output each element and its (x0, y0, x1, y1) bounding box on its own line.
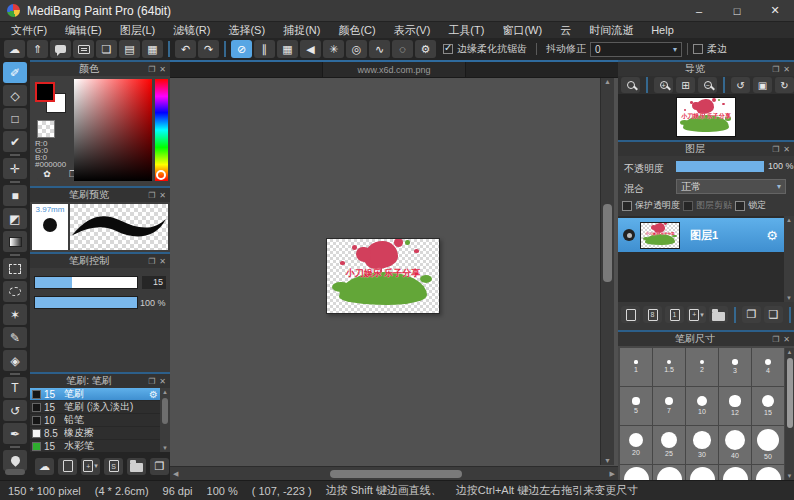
scroll-down-icon[interactable]: ▼ (786, 294, 792, 302)
popout-icon[interactable]: ❐ (148, 377, 155, 386)
bucket-tool-button[interactable]: ◩ (3, 208, 27, 229)
brush-folder-button[interactable] (127, 458, 146, 475)
popout-icon[interactable]: ❐ (148, 65, 155, 74)
marquee-select-tool-button[interactable] (3, 258, 27, 279)
gradient-tool-button[interactable] (3, 231, 27, 252)
navigator-thumbnail[interactable]: 小刀娱乐 乐子分享 (676, 97, 736, 137)
brush-size-cell[interactable]: 20 (620, 426, 652, 464)
brush-size-cell[interactable] (653, 465, 685, 480)
hue-slider[interactable] (155, 79, 168, 181)
popout-icon[interactable]: ❐ (772, 335, 779, 344)
menu-item-1[interactable]: 编辑(E) (56, 22, 111, 38)
brush-size-cell[interactable] (719, 465, 751, 480)
polyline-tool-button[interactable]: ✔ (3, 131, 27, 152)
navigator-viewport[interactable]: 小刀娱乐 乐子分享 (618, 94, 794, 140)
brush-size-cell[interactable]: 15 (752, 387, 784, 425)
close-button[interactable]: ✕ (756, 0, 794, 21)
brush-size-cell[interactable]: 5 (620, 387, 652, 425)
text-tool-button[interactable]: T (3, 377, 27, 398)
saturation-value-picker[interactable] (74, 79, 152, 181)
clipping-checkbox[interactable] (683, 201, 693, 211)
add-brush-button[interactable] (58, 458, 77, 475)
brush-size-cell[interactable]: 12 (719, 387, 751, 425)
brush-cloud-button[interactable]: ☁ (35, 458, 54, 475)
layer-thumbnail[interactable]: 小刀娱乐 乐子分享 (640, 222, 680, 249)
zoom-in-button[interactable]: + (654, 77, 673, 93)
layer-settings-icon[interactable]: ⚙ (766, 228, 778, 243)
duplicate-brush-button[interactable]: ❐ (150, 458, 169, 475)
add-8bit-layer-button[interactable]: 8 (643, 306, 662, 323)
brush-size-cell[interactable]: 40 (719, 426, 751, 464)
menu-item-7[interactable]: 表示(V) (385, 22, 440, 38)
brush-size-cell[interactable] (752, 465, 784, 480)
script-brush-button[interactable]: S (104, 458, 123, 475)
brush-size-cell[interactable]: 50 (752, 426, 784, 464)
snap-radial-button[interactable]: ✳ (323, 40, 344, 58)
close-panel-icon[interactable]: ✕ (159, 257, 166, 266)
menu-item-3[interactable]: 滤镜(R) (164, 22, 219, 38)
scroll-down-icon[interactable]: ▼ (787, 472, 793, 480)
menu-item-11[interactable]: 时间流逝 (580, 22, 642, 38)
minimize-button[interactable]: – (680, 0, 718, 21)
snap-ellipse-button[interactable]: ◌ (392, 40, 413, 58)
undo-button[interactable]: ↶ (175, 40, 196, 58)
layer-visibility-toggle[interactable] (623, 229, 635, 241)
transparent-color-swatch[interactable] (37, 120, 55, 138)
brush-size-slider[interactable] (34, 276, 138, 289)
zoom-out-button[interactable]: − (698, 77, 717, 93)
soft-edge-checkbox[interactable] (693, 44, 703, 54)
scrollbar-thumb[interactable] (787, 358, 793, 428)
canvas[interactable]: 小刀娱乐 乐子分享 (326, 238, 440, 314)
scroll-left-icon[interactable]: ◀ (173, 470, 178, 478)
scroll-down-icon[interactable]: ▼ (604, 457, 611, 465)
brush-size-cell[interactable]: 25 (653, 426, 685, 464)
snap-curve-button[interactable]: ∿ (369, 40, 390, 58)
popout-icon[interactable]: ❐ (148, 191, 155, 200)
add-1bit-layer-button[interactable]: 1 (665, 306, 684, 323)
horizontal-scrollbar[interactable]: ◀ ▶ (170, 466, 618, 480)
snap-settings-button[interactable]: ⚙ (415, 40, 436, 58)
duplicate-layer-button[interactable]: ❐ (742, 306, 761, 323)
scroll-up-icon[interactable]: ▲ (604, 78, 611, 86)
pen-tool-button[interactable]: ✒ (3, 423, 27, 444)
brush-size-cell[interactable]: 4 (752, 348, 784, 386)
brush-size-cell[interactable]: 10 (686, 387, 718, 425)
brush-size-cell[interactable]: 3 (719, 348, 751, 386)
tool-palette-handle[interactable] (5, 469, 25, 475)
menu-item-5[interactable]: 捕捉(N) (274, 22, 329, 38)
scroll-up-icon[interactable]: ▲ (786, 216, 792, 224)
document-button[interactable]: ❏ (96, 40, 117, 58)
comment-panel-button[interactable] (73, 40, 94, 58)
zoom-100-button[interactable] (621, 77, 640, 93)
brush-settings-icon[interactable]: ⚙ (149, 389, 158, 400)
select-pen-tool-button[interactable]: ✎ (3, 327, 27, 348)
menu-item-9[interactable]: 窗口(W) (493, 22, 551, 38)
menu-item-0[interactable]: 文件(F) (2, 22, 56, 38)
eraser-tool-button[interactable]: ◇ (3, 85, 27, 106)
lock-checkbox[interactable] (735, 201, 745, 211)
brush-size-scrollbar[interactable]: ▲ ▼ (785, 348, 794, 480)
scroll-up-icon[interactable]: ▲ (787, 348, 793, 356)
antialias-checkbox[interactable] (443, 44, 453, 54)
fill-rect-tool-button[interactable]: ■ (3, 185, 27, 206)
brush-size-cell[interactable]: 2 (686, 348, 718, 386)
protect-alpha-checkbox[interactable] (622, 201, 632, 211)
brush-menu-button[interactable]: +▾ (81, 458, 100, 475)
add-layer-button[interactable] (621, 306, 640, 323)
lasso-select-tool-button[interactable] (3, 281, 27, 302)
reset-view-button[interactable]: ▣ (753, 77, 772, 93)
redo-button[interactable]: ↷ (198, 40, 219, 58)
menu-item-4[interactable]: 选择(S) (219, 22, 274, 38)
select-eraser-tool-button[interactable]: ◈ (3, 350, 27, 371)
brush-size-cell[interactable]: 1 (620, 348, 652, 386)
vertical-scrollbar[interactable]: ▲ ▼ (600, 78, 614, 465)
close-panel-icon[interactable]: ✕ (159, 377, 166, 386)
brush-list-scrollbar[interactable]: ▲ ▼ (160, 388, 170, 452)
magic-wand-tool-button[interactable]: ✶ (3, 304, 27, 325)
material-panel-button[interactable]: ▤ (119, 40, 140, 58)
menu-item-8[interactable]: 工具(T) (439, 22, 493, 38)
brush-size-cell[interactable]: 7 (653, 387, 685, 425)
layer-opacity-slider[interactable] (676, 161, 764, 172)
menu-item-2[interactable]: 图层(L) (111, 22, 164, 38)
blend-mode-select[interactable]: 正常 ▾ (676, 179, 786, 194)
